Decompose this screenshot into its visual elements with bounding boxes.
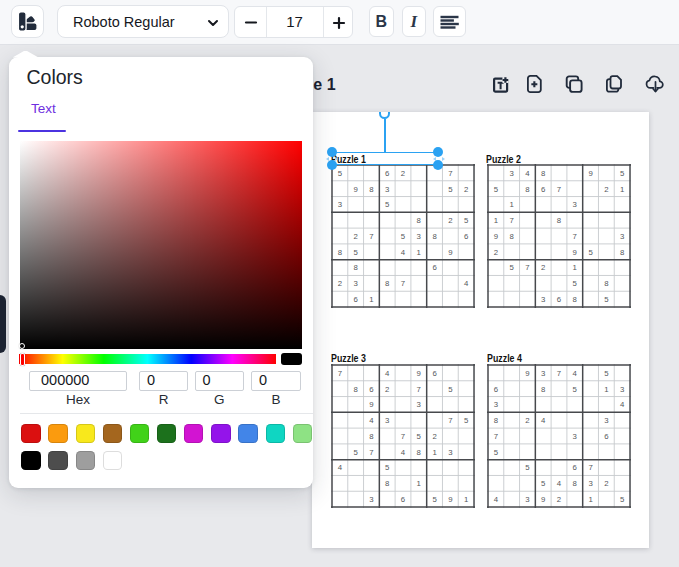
svg-text:5: 5	[604, 368, 609, 377]
svg-text:1: 1	[464, 495, 468, 504]
svg-text:5: 5	[604, 295, 609, 304]
svg-text:4: 4	[401, 247, 406, 256]
svg-text:6: 6	[354, 295, 358, 304]
svg-text:4: 4	[385, 368, 390, 377]
svg-text:8: 8	[541, 169, 545, 178]
svg-text:9: 9	[494, 232, 498, 241]
svg-text:1: 1	[369, 295, 373, 304]
svg-text:3: 3	[417, 232, 421, 241]
svg-text:2: 2	[448, 216, 452, 225]
svg-text:3: 3	[385, 184, 389, 193]
svg-text:8: 8	[354, 384, 358, 393]
svg-text:5: 5	[588, 247, 593, 256]
svg-text:3: 3	[385, 416, 389, 425]
svg-text:4: 4	[401, 447, 406, 456]
svg-text:7: 7	[448, 169, 452, 178]
svg-text:1: 1	[604, 384, 608, 393]
svg-text:9: 9	[448, 495, 452, 504]
svg-text:8: 8	[541, 384, 545, 393]
svg-text:6: 6	[494, 384, 498, 393]
svg-text:8: 8	[494, 416, 498, 425]
svg-text:6: 6	[541, 184, 545, 193]
svg-text:5: 5	[432, 495, 437, 504]
svg-text:2: 2	[557, 495, 561, 504]
svg-text:2: 2	[385, 384, 389, 393]
svg-text:9: 9	[525, 368, 529, 377]
svg-text:9: 9	[417, 368, 421, 377]
svg-text:2: 2	[604, 184, 608, 193]
svg-text:5: 5	[494, 447, 499, 456]
svg-text:8: 8	[525, 184, 529, 193]
svg-text:3: 3	[541, 295, 545, 304]
svg-text:5: 5	[385, 200, 390, 209]
svg-text:7: 7	[369, 447, 373, 456]
svg-text:2: 2	[464, 184, 468, 193]
svg-text:1: 1	[620, 184, 624, 193]
svg-text:7: 7	[338, 368, 342, 377]
svg-text:3: 3	[448, 447, 452, 456]
svg-text:6: 6	[432, 368, 436, 377]
svg-text:8: 8	[417, 216, 421, 225]
svg-text:5: 5	[401, 232, 406, 241]
svg-text:6: 6	[604, 431, 608, 440]
svg-text:7: 7	[509, 216, 513, 225]
svg-text:5: 5	[509, 263, 514, 272]
svg-text:2: 2	[525, 416, 529, 425]
svg-text:8: 8	[620, 247, 624, 256]
svg-text:5: 5	[620, 495, 625, 504]
svg-text:6: 6	[401, 495, 405, 504]
svg-text:8: 8	[604, 279, 608, 288]
svg-text:4: 4	[494, 495, 499, 504]
svg-text:4: 4	[525, 169, 530, 178]
svg-text:5: 5	[494, 184, 499, 193]
svg-text:6: 6	[572, 463, 576, 472]
svg-text:2: 2	[354, 232, 358, 241]
svg-text:1: 1	[509, 200, 513, 209]
svg-text:9: 9	[572, 247, 576, 256]
svg-text:8: 8	[557, 216, 561, 225]
svg-text:5: 5	[448, 184, 453, 193]
svg-text:8: 8	[509, 232, 513, 241]
svg-text:5: 5	[338, 169, 343, 178]
svg-text:4: 4	[541, 416, 546, 425]
svg-text:3: 3	[588, 479, 592, 488]
svg-text:9: 9	[354, 184, 358, 193]
svg-text:3: 3	[541, 368, 545, 377]
svg-text:8: 8	[432, 232, 436, 241]
svg-text:8: 8	[385, 479, 389, 488]
svg-text:7: 7	[588, 463, 592, 472]
svg-text:3: 3	[494, 400, 498, 409]
svg-text:8: 8	[369, 184, 373, 193]
svg-text:9: 9	[541, 495, 545, 504]
svg-text:8: 8	[369, 431, 373, 440]
svg-text:4: 4	[369, 416, 374, 425]
svg-text:8: 8	[385, 279, 389, 288]
svg-text:5: 5	[448, 384, 453, 393]
svg-text:5: 5	[464, 216, 469, 225]
svg-text:3: 3	[572, 431, 576, 440]
svg-text:1: 1	[588, 495, 592, 504]
svg-text:1: 1	[417, 479, 421, 488]
svg-text:3: 3	[620, 384, 624, 393]
svg-text:6: 6	[432, 263, 436, 272]
svg-text:8: 8	[417, 447, 421, 456]
svg-text:5: 5	[541, 479, 546, 488]
svg-text:5: 5	[525, 463, 530, 472]
svg-text:4: 4	[620, 400, 625, 409]
svg-text:8: 8	[338, 247, 342, 256]
svg-text:2: 2	[494, 247, 498, 256]
svg-text:5: 5	[417, 431, 422, 440]
svg-text:3: 3	[620, 232, 624, 241]
svg-text:7: 7	[557, 184, 561, 193]
svg-text:3: 3	[354, 279, 358, 288]
svg-text:4: 4	[557, 479, 562, 488]
svg-text:5: 5	[354, 247, 359, 256]
svg-text:7: 7	[494, 431, 498, 440]
svg-text:7: 7	[417, 384, 421, 393]
svg-text:2: 2	[541, 263, 545, 272]
svg-text:3: 3	[369, 495, 373, 504]
svg-text:7: 7	[525, 263, 529, 272]
svg-text:3: 3	[417, 400, 421, 409]
svg-text:1: 1	[432, 447, 436, 456]
svg-text:3: 3	[525, 495, 529, 504]
